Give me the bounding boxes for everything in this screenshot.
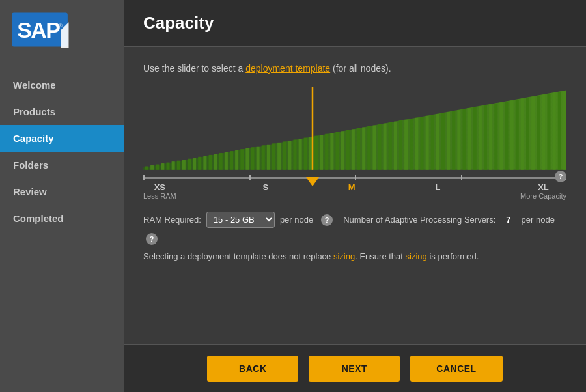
svg-rect-54 xyxy=(404,120,408,170)
slider-help-icon[interactable]: ? xyxy=(555,171,566,182)
ram-select[interactable]: 15 - 25 GB 8 - 15 GB 25 - 64 GB 64 - 128… xyxy=(206,212,275,228)
page-header: Capacity xyxy=(124,0,586,47)
ram-per-node: per node xyxy=(280,215,313,225)
sidebar-item-completed[interactable]: Completed xyxy=(0,205,124,232)
sap-logo: SAP ® xyxy=(10,12,69,48)
svg-rect-55 xyxy=(410,119,413,170)
next-button[interactable]: NEXT xyxy=(309,356,400,382)
label-m: M xyxy=(348,182,356,200)
svg-rect-18 xyxy=(214,154,217,169)
sizing-link-2[interactable]: sizing xyxy=(406,251,427,261)
svg-rect-64 xyxy=(457,110,460,170)
svg-text:SAP: SAP xyxy=(17,18,60,42)
svg-rect-7 xyxy=(156,164,159,169)
svg-rect-32 xyxy=(288,141,291,170)
svg-rect-5 xyxy=(145,166,148,169)
svg-rect-11 xyxy=(177,161,180,170)
sizing-link-1[interactable]: sizing xyxy=(333,251,355,261)
svg-rect-68 xyxy=(479,106,482,170)
svg-rect-26 xyxy=(257,147,260,170)
sidebar-item-welcome[interactable]: Welcome xyxy=(0,72,124,98)
svg-rect-22 xyxy=(235,150,238,170)
sidebar-item-capacity[interactable]: Capacity xyxy=(0,125,124,152)
note-prefix: Selecting a deployment template does not… xyxy=(143,251,333,261)
svg-rect-12 xyxy=(182,160,186,170)
instruction-prefix: Use the slider to select a xyxy=(143,63,245,74)
svg-rect-15 xyxy=(198,157,201,170)
instruction-suffix: (for all nodes). xyxy=(330,63,391,74)
svg-rect-51 xyxy=(389,122,392,170)
svg-rect-31 xyxy=(283,141,286,169)
svg-rect-9 xyxy=(167,163,170,170)
svg-rect-21 xyxy=(230,151,233,170)
svg-rect-50 xyxy=(384,124,387,170)
svg-rect-75 xyxy=(516,100,519,170)
adaptive-label: Number of Adaptive Processing Servers: xyxy=(343,215,495,225)
instruction-text: Use the slider to select a deployment te… xyxy=(143,63,566,74)
svg-rect-47 xyxy=(367,126,370,170)
slider-track xyxy=(143,177,566,179)
svg-rect-63 xyxy=(452,111,455,170)
svg-rect-76 xyxy=(521,99,524,170)
svg-rect-78 xyxy=(531,97,535,170)
svg-rect-8 xyxy=(161,163,164,170)
svg-rect-37 xyxy=(314,136,318,170)
svg-rect-23 xyxy=(240,149,244,170)
svg-rect-42 xyxy=(341,131,344,170)
svg-rect-79 xyxy=(537,96,540,170)
svg-rect-65 xyxy=(463,109,466,170)
svg-rect-45 xyxy=(357,128,360,170)
adaptive-help-icon[interactable]: ? xyxy=(146,233,158,245)
label-xs: XS Less RAM xyxy=(143,182,176,200)
svg-rect-82 xyxy=(553,93,556,170)
note-middle: . Ensure that xyxy=(355,251,405,261)
sidebar-item-folders[interactable]: Folders xyxy=(0,152,124,178)
svg-rect-84 xyxy=(563,91,566,170)
logo-area: SAP ® xyxy=(0,0,124,59)
deployment-template-link[interactable]: deployment template xyxy=(245,63,330,74)
sidebar-item-review[interactable]: Review xyxy=(0,178,124,205)
svg-rect-20 xyxy=(225,152,228,169)
sidebar-item-products[interactable]: Products xyxy=(0,98,124,125)
svg-rect-66 xyxy=(468,108,471,170)
svg-rect-34 xyxy=(299,139,302,170)
svg-rect-56 xyxy=(415,118,418,170)
svg-rect-80 xyxy=(542,95,545,170)
svg-rect-27 xyxy=(262,145,265,170)
ram-help-icon[interactable]: ? xyxy=(321,214,333,226)
capacity-chart-wrapper: // Add vertical bars for texture const b… xyxy=(143,87,566,200)
label-xl: XL More Capacity xyxy=(520,182,566,200)
note-suffix: is performed. xyxy=(427,251,479,261)
main-content: Use the slider to select a deployment te… xyxy=(124,47,586,344)
slider-axis-labels: XS Less RAM S M L XL More Capacity xyxy=(143,182,566,200)
svg-rect-72 xyxy=(499,102,503,169)
svg-rect-53 xyxy=(399,120,402,170)
svg-rect-60 xyxy=(436,114,440,170)
capacity-chart xyxy=(143,87,566,171)
svg-rect-24 xyxy=(245,148,249,170)
ram-info-row: RAM Required: 15 - 25 GB 8 - 15 GB 25 - … xyxy=(143,212,566,245)
ram-required-label: RAM Required: xyxy=(143,215,201,225)
svg-rect-70 xyxy=(489,104,492,169)
svg-marker-4 xyxy=(143,90,566,169)
svg-rect-69 xyxy=(484,105,487,170)
svg-rect-61 xyxy=(441,113,445,170)
svg-rect-41 xyxy=(336,132,339,170)
svg-rect-28 xyxy=(267,145,270,170)
svg-rect-30 xyxy=(277,143,281,170)
back-button[interactable]: BACK xyxy=(207,356,298,382)
sidebar-navigation: Welcome Products Capacity Folders Review… xyxy=(0,59,124,392)
adaptive-value: 7 xyxy=(506,215,510,225)
svg-rect-48 xyxy=(372,126,376,170)
svg-rect-6 xyxy=(150,165,154,170)
svg-rect-83 xyxy=(558,92,561,169)
svg-rect-49 xyxy=(378,124,382,170)
tick-l xyxy=(461,175,462,180)
svg-rect-52 xyxy=(394,122,397,170)
svg-rect-58 xyxy=(426,116,429,170)
cancel-button[interactable]: CANCEL xyxy=(410,356,502,382)
svg-rect-25 xyxy=(251,147,255,170)
main-panel: Capacity Use the slider to select a depl… xyxy=(124,0,586,392)
footer: BACK NEXT CANCEL xyxy=(124,344,586,392)
svg-rect-43 xyxy=(346,130,350,170)
